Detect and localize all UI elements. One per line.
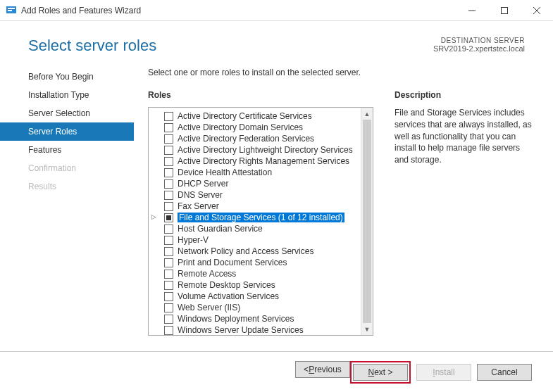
sidebar-item-installation-type[interactable]: Installation Type (0, 86, 134, 104)
role-checkbox[interactable] (164, 191, 173, 200)
window-title: Add Roles and Features Wizard (21, 6, 456, 15)
role-label: DHCP Server (178, 179, 228, 189)
sidebar-item-confirmation: Confirmation (0, 159, 134, 177)
roles-heading: Roles (148, 90, 373, 100)
role-row[interactable]: Hyper-V (149, 234, 373, 246)
minimize-button[interactable] (456, 0, 488, 21)
role-row[interactable]: Active Directory Federation Services (149, 133, 373, 144)
role-row[interactable]: ▷File and Storage Services (1 of 12 inst… (149, 212, 373, 223)
role-checkbox[interactable] (164, 236, 173, 245)
role-row[interactable]: Windows Server Update Services (149, 324, 373, 336)
role-label: Device Health Attestation (178, 167, 272, 177)
next-button[interactable]: Next > (353, 364, 408, 381)
role-checkbox[interactable] (164, 213, 173, 222)
role-label: Windows Server Update Services (178, 325, 304, 335)
role-label: Windows Deployment Services (178, 314, 294, 324)
svg-rect-4 (502, 7, 508, 13)
role-checkbox[interactable] (164, 123, 173, 132)
role-label: Hyper-V (178, 235, 209, 245)
role-label: DNS Server (178, 190, 223, 200)
destination-server: SRV2019-2.xpertstec.local (433, 44, 525, 53)
role-checkbox[interactable] (164, 258, 173, 267)
role-label: Host Guardian Service (178, 224, 263, 234)
previous-button[interactable]: < Previous (295, 361, 350, 378)
close-button[interactable] (521, 0, 553, 21)
sidebar-item-before-you-begin[interactable]: Before You Begin (0, 68, 134, 86)
role-row[interactable]: Volume Activation Services (149, 291, 373, 302)
scroll-down-icon[interactable]: ▼ (361, 323, 373, 335)
role-checkbox[interactable] (164, 315, 173, 324)
roles-listbox[interactable]: Active Directory Certificate ServicesAct… (148, 107, 373, 336)
role-checkbox[interactable] (164, 270, 173, 279)
role-checkbox[interactable] (164, 303, 173, 312)
role-label: Remote Desktop Services (178, 280, 275, 290)
expand-arrow-icon[interactable]: ▷ (151, 213, 160, 220)
main-content: Select one or more roles to install on t… (134, 62, 553, 350)
role-label: Remote Access (178, 269, 236, 279)
role-checkbox[interactable] (164, 202, 173, 211)
scroll-thumb[interactable] (363, 120, 371, 323)
role-checkbox[interactable] (164, 292, 173, 301)
roles-column: Roles Active Directory Certificate Servi… (148, 90, 373, 336)
role-row[interactable]: DNS Server (149, 189, 373, 201)
maximize-button[interactable] (488, 0, 521, 21)
role-checkbox[interactable] (164, 247, 173, 256)
role-row[interactable]: Active Directory Lightweight Directory S… (149, 144, 373, 156)
description-column: Description File and Storage Services in… (394, 90, 532, 336)
sidebar-item-server-roles[interactable]: Server Roles (0, 122, 134, 141)
app-icon (6, 5, 17, 16)
description-text: File and Storage Services includes servi… (394, 107, 532, 166)
role-row[interactable]: Windows Deployment Services (149, 313, 373, 324)
sidebar-item-results: Results (0, 177, 134, 196)
sidebar-item-features[interactable]: Features (0, 141, 134, 159)
role-label: Web Server (IIS) (178, 303, 240, 312)
body: Before You BeginInstallation TypeServer … (0, 62, 553, 350)
role-checkbox[interactable] (164, 168, 173, 177)
role-row[interactable]: DHCP Server (149, 178, 373, 189)
destination-label: DESTINATION SERVER (433, 37, 525, 44)
cancel-button[interactable]: Cancel (477, 364, 532, 381)
role-label: Fax Server (178, 201, 219, 211)
role-row[interactable]: Remote Desktop Services (149, 279, 373, 291)
role-checkbox[interactable] (164, 326, 173, 335)
scroll-up-icon[interactable]: ▲ (361, 108, 373, 120)
role-row[interactable]: Active Directory Domain Services (149, 122, 373, 133)
role-checkbox[interactable] (164, 179, 173, 189)
role-checkbox[interactable] (164, 225, 173, 234)
role-checkbox[interactable] (164, 112, 173, 121)
role-label: Network Policy and Access Services (178, 246, 313, 256)
role-row[interactable]: Web Server (IIS) (149, 302, 373, 313)
role-label: Volume Activation Services (178, 291, 279, 301)
role-label: Active Directory Lightweight Directory S… (178, 145, 353, 155)
role-row[interactable]: Remote Access (149, 268, 373, 279)
svg-rect-2 (8, 10, 12, 11)
role-label: File and Storage Services (1 of 12 insta… (178, 213, 344, 222)
destination-info: DESTINATION SERVER SRV2019-2.xpertstec.l… (433, 37, 525, 53)
role-row[interactable]: Device Health Attestation (149, 167, 373, 178)
role-label: Print and Document Services (178, 258, 287, 267)
footer: < Previous Next > Install Cancel (0, 351, 553, 392)
role-row[interactable]: Print and Document Services (149, 257, 373, 268)
install-button: Install (416, 364, 471, 381)
role-checkbox[interactable] (164, 157, 173, 166)
role-checkbox[interactable] (164, 134, 173, 144)
sidebar: Before You BeginInstallation TypeServer … (0, 62, 134, 350)
role-label: Active Directory Domain Services (178, 122, 303, 132)
role-row[interactable]: Active Directory Certificate Services (149, 110, 373, 122)
role-label: Active Directory Rights Management Servi… (178, 156, 349, 166)
role-row[interactable]: Fax Server (149, 201, 373, 212)
nav-button-group: < Previous Next > (295, 361, 411, 384)
title-bar: Add Roles and Features Wizard (0, 0, 553, 21)
role-row[interactable]: Active Directory Rights Management Servi… (149, 156, 373, 167)
header: Select server roles DESTINATION SERVER S… (0, 21, 553, 62)
role-label: Active Directory Certificate Services (178, 111, 312, 121)
role-checkbox[interactable] (164, 146, 173, 155)
roles-scrollbar[interactable]: ▲ ▼ (361, 108, 373, 335)
role-row[interactable]: Network Policy and Access Services (149, 246, 373, 257)
role-label: Active Directory Federation Services (178, 134, 314, 144)
role-row[interactable]: Host Guardian Service (149, 223, 373, 234)
instruction-text: Select one or more roles to install on t… (148, 68, 532, 77)
sidebar-item-server-selection[interactable]: Server Selection (0, 104, 134, 122)
role-checkbox[interactable] (164, 281, 173, 290)
description-heading: Description (394, 90, 532, 100)
